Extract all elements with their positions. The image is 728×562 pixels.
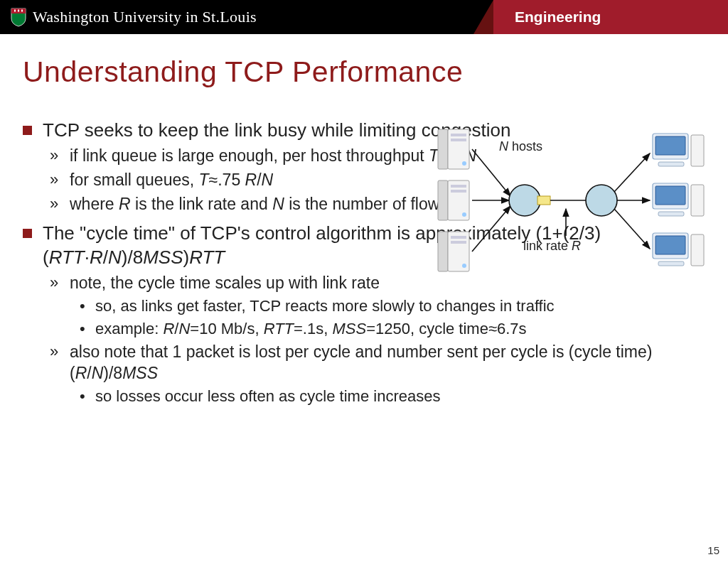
svg-rect-6 <box>451 139 466 141</box>
svg-rect-15 <box>451 236 466 239</box>
svg-point-17 <box>462 264 466 268</box>
svg-line-20 <box>472 206 510 252</box>
bullet-2-sub-1a: so, as links get faster, TCP reacts more… <box>80 296 705 317</box>
svg-rect-28 <box>691 135 704 166</box>
svg-rect-32 <box>691 185 704 216</box>
svg-line-18 <box>472 149 510 196</box>
network-diagram: N hosts link rate R <box>431 122 715 279</box>
svg-point-7 <box>462 161 466 166</box>
bullet-2-sub-2a: so losses occur less often as cycle time… <box>80 387 705 407</box>
bullet-2-sub-1: note, the cycle time scales up with link… <box>50 273 705 339</box>
header-bar: Washington University in St.Louis Engine… <box>0 0 728 34</box>
svg-rect-2 <box>21 10 23 12</box>
department-label: Engineering <box>515 9 601 26</box>
university-name: Washington University in St.Louis <box>33 8 257 26</box>
n-hosts-label: N hosts <box>499 139 542 153</box>
svg-rect-26 <box>655 136 685 155</box>
svg-rect-8 <box>438 180 448 220</box>
svg-rect-5 <box>451 134 466 136</box>
svg-rect-35 <box>658 261 684 266</box>
university-logo-area: Washington University in St.Louis <box>0 7 257 27</box>
page-number: 15 <box>707 544 719 556</box>
slide-title: Understanding TCP Performance <box>23 55 705 89</box>
bullet-2-sub-2: also note that 1 packet is lost per cycl… <box>50 342 705 406</box>
svg-rect-36 <box>691 234 704 266</box>
department-tab: Engineering <box>493 0 728 34</box>
link-rate-label: link rate R <box>523 239 581 253</box>
queue-icon <box>537 196 550 205</box>
bullet-2-sub-1b: example: R/N=10 Mb/s, RTT=.1s, MSS=1250,… <box>80 319 705 340</box>
shield-icon <box>10 7 27 27</box>
client-icon <box>653 183 704 216</box>
svg-rect-10 <box>451 185 466 188</box>
svg-rect-31 <box>658 212 684 216</box>
svg-rect-1 <box>18 10 19 12</box>
server-icon <box>438 232 469 271</box>
server-icon <box>438 129 469 169</box>
svg-point-12 <box>462 212 466 217</box>
svg-rect-16 <box>451 241 466 244</box>
router-icon <box>586 185 617 216</box>
svg-line-24 <box>614 209 650 249</box>
svg-rect-30 <box>655 186 685 205</box>
server-icon <box>438 180 469 220</box>
svg-rect-27 <box>658 162 684 166</box>
svg-rect-0 <box>14 10 16 12</box>
router-icon <box>509 185 540 216</box>
svg-line-22 <box>614 153 650 192</box>
svg-rect-11 <box>451 190 466 193</box>
svg-rect-3 <box>438 129 448 169</box>
client-icon <box>653 134 704 166</box>
client-icon <box>653 233 704 266</box>
svg-rect-13 <box>438 232 448 271</box>
svg-rect-34 <box>655 236 685 254</box>
